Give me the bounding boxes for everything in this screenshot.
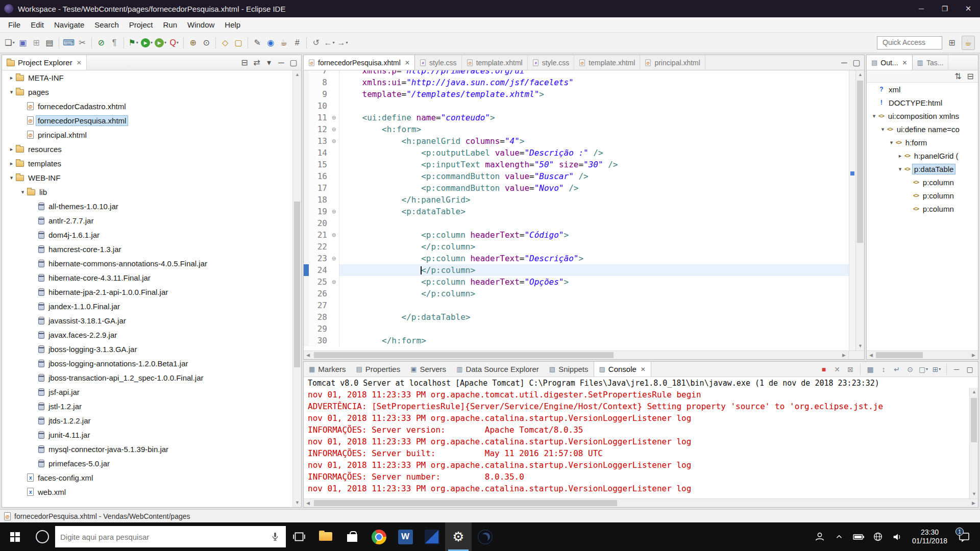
people-tray-icon[interactable] bbox=[811, 522, 828, 551]
menu-search[interactable]: Search bbox=[89, 17, 124, 33]
expander-icon[interactable]: ▾ bbox=[7, 174, 16, 181]
tree-item[interactable]: ▸META-INF bbox=[2, 70, 301, 85]
expander-icon[interactable]: ▸ bbox=[896, 153, 904, 159]
tree-item[interactable]: jboss-logging-annotations-1.2.0.Beta1.ja… bbox=[2, 356, 301, 370]
tree-item[interactable]: jboss-transaction-api_1.2_spec-1.0.0.Fin… bbox=[2, 370, 301, 385]
view-tab-markers[interactable]: ▦Markers bbox=[304, 362, 351, 377]
console-output[interactable]: nov 01, 2018 11:23:33 PM org.apache.tomc… bbox=[304, 388, 969, 498]
action-center-button[interactable]: 1 bbox=[953, 522, 975, 551]
tree-item[interactable]: ▸templates bbox=[2, 156, 301, 170]
editor-tab[interactable]: principal.xhtml bbox=[640, 55, 705, 70]
tree-item[interactable]: faces-config.xml bbox=[2, 470, 301, 485]
expander-icon[interactable]: ▾ bbox=[18, 189, 27, 195]
editor-tab[interactable]: template.xhtml bbox=[574, 55, 640, 70]
tree-item[interactable]: mysql-connector-java-5.1.39-bin.jar bbox=[2, 442, 301, 456]
tree-item[interactable]: ▾lib bbox=[2, 185, 301, 199]
minimize-window-button[interactable]: ─ bbox=[910, 0, 933, 17]
outline-item[interactable]: ?xml bbox=[867, 83, 978, 96]
skip-breakpoints-icon[interactable]: ⊘ bbox=[94, 36, 108, 50]
close-tab-icon[interactable]: ✕ bbox=[405, 59, 410, 66]
menu-run[interactable]: Run bbox=[158, 17, 182, 33]
chrome-taskbar-button[interactable] bbox=[365, 522, 392, 551]
microphone-icon[interactable] bbox=[270, 531, 281, 542]
tasks-view-tab[interactable]: ▥Tas... bbox=[913, 55, 949, 70]
store-taskbar-button[interactable] bbox=[339, 522, 365, 551]
last-edit-location-icon[interactable]: ↺ bbox=[309, 36, 323, 50]
tree-item[interactable]: jtds-1.2.2.jar bbox=[2, 413, 301, 428]
tree-item[interactable]: hibernate-core-4.3.11.Final.jar bbox=[2, 270, 301, 285]
java-ee-icon[interactable]: ☕ bbox=[277, 36, 290, 50]
fold-marker-icon[interactable]: ⊖ bbox=[329, 112, 339, 123]
minimize-view-icon[interactable]: ─ bbox=[950, 363, 963, 375]
run-icon[interactable]: ▶▾ bbox=[140, 36, 154, 50]
fold-marker-icon[interactable]: ⊖ bbox=[329, 229, 339, 241]
expander-icon[interactable]: ▾ bbox=[7, 89, 16, 95]
code-editor[interactable]: 7 xmlns:p="http://primefaces.org/ui"8 xm… bbox=[304, 70, 849, 350]
tree-item[interactable]: antlr-2.7.7.jar bbox=[2, 213, 301, 228]
expander-icon[interactable]: ▸ bbox=[7, 74, 16, 81]
menu-help[interactable]: Help bbox=[219, 17, 246, 33]
tree-item[interactable]: hibernate-jpa-2.1-api-1.0.0.Final.jar bbox=[2, 285, 301, 299]
battery-icon[interactable] bbox=[850, 522, 867, 551]
show-hidden-icons-button[interactable] bbox=[830, 522, 848, 551]
view-menu-icon[interactable]: ▾ bbox=[263, 57, 275, 68]
expander-icon[interactable]: ▾ bbox=[896, 166, 904, 172]
clear-console-icon[interactable]: ▦ bbox=[864, 363, 876, 375]
external-tools-icon[interactable]: Q▾ bbox=[167, 36, 181, 50]
tree-item[interactable]: dom4j-1.6.1.jar bbox=[2, 228, 301, 242]
outline-item[interactable]: ▾<>h:form bbox=[867, 136, 978, 149]
quick-access-box[interactable]: Quick Access bbox=[877, 36, 942, 49]
fold-marker-icon[interactable]: ⊖ bbox=[329, 253, 339, 264]
outline-item[interactable]: <>p:column bbox=[867, 202, 978, 215]
close-window-button[interactable]: ✕ bbox=[957, 0, 980, 17]
taskbar-search-input[interactable] bbox=[60, 533, 265, 541]
file-explorer-taskbar-button[interactable] bbox=[312, 522, 339, 551]
dark-app-taskbar-button[interactable] bbox=[472, 522, 498, 551]
outline-item[interactable]: <>p:column bbox=[867, 189, 978, 202]
tree-item[interactable]: jandex-1.1.0.Final.jar bbox=[2, 299, 301, 313]
expander-icon[interactable]: ▾ bbox=[878, 126, 887, 133]
expander-icon[interactable]: ▸ bbox=[7, 146, 16, 153]
console-vscrollbar[interactable]: ▲ ▼ bbox=[969, 388, 978, 498]
outline-item[interactable]: !DOCTYPE:html bbox=[867, 96, 978, 109]
print-icon[interactable]: ▤ bbox=[43, 36, 56, 50]
outline-hscrollbar[interactable]: ◀ ▶ bbox=[867, 350, 978, 359]
word-wrap-icon[interactable]: ↵ bbox=[891, 363, 903, 375]
expander-icon[interactable]: ▸ bbox=[7, 160, 16, 167]
tree-item[interactable]: principal.xhtml bbox=[2, 128, 301, 142]
forward-icon[interactable]: →▾ bbox=[336, 36, 349, 50]
outline-item[interactable]: ▾<>p:dataTable bbox=[867, 162, 978, 176]
tree-item[interactable]: fornecedorCadastro.xhtml bbox=[2, 99, 301, 113]
expander-icon[interactable]: ▾ bbox=[887, 139, 896, 146]
volume-icon[interactable] bbox=[889, 522, 906, 551]
tree-item[interactable]: hamcrest-core-1.3.jar bbox=[2, 242, 301, 256]
tree-item[interactable]: junit-4.11.jar bbox=[2, 428, 301, 442]
fold-marker-icon[interactable]: ⊖ bbox=[329, 276, 339, 288]
back-icon[interactable]: ←▾ bbox=[323, 36, 336, 50]
outline-item[interactable]: ▾<>ui:composition xmlns bbox=[867, 109, 978, 122]
tree-item[interactable]: javassist-3.18.1-GA.jar bbox=[2, 313, 301, 328]
minimize-view-icon[interactable]: ─ bbox=[839, 57, 850, 68]
outline-item[interactable]: ▸<>h:panelGrid ( bbox=[867, 149, 978, 162]
new-wizard-icon[interactable]: ❏▾ bbox=[3, 36, 16, 50]
search-icon[interactable]: ⊙ bbox=[200, 36, 213, 50]
view-tab-servers[interactable]: ▣Servers bbox=[405, 362, 451, 377]
debug-icon[interactable]: ⚑▾ bbox=[127, 36, 140, 50]
taskbar-search[interactable] bbox=[55, 526, 286, 547]
editor-tab[interactable]: fornecedorPesquisa.xhtml✕ bbox=[304, 55, 415, 70]
javaee-perspective-icon[interactable]: ☕ bbox=[962, 36, 975, 50]
tree-item[interactable]: primefaces-5.0.jar bbox=[2, 456, 301, 470]
cortana-button[interactable] bbox=[30, 522, 55, 551]
tree-item[interactable]: web.xml bbox=[2, 485, 301, 499]
display-selected-console-icon[interactable]: ▢▾ bbox=[917, 363, 929, 375]
remove-launch-icon[interactable]: ✕ bbox=[831, 363, 843, 375]
editor-tab[interactable]: style.css bbox=[415, 55, 462, 70]
collapse-all-icon[interactable]: ⊟ bbox=[965, 71, 976, 82]
expander-icon[interactable]: ▾ bbox=[870, 113, 878, 119]
annotate-icon[interactable]: ✎ bbox=[251, 36, 264, 50]
view-tab-data-source-explorer[interactable]: ▥Data Source Explorer bbox=[451, 362, 544, 377]
editor-vscrollbar[interactable]: ▲ ▼ bbox=[855, 70, 864, 350]
tree-item[interactable]: ▸resources bbox=[2, 142, 301, 156]
terminal-icon[interactable]: ⌨ bbox=[62, 36, 76, 50]
editor-tab[interactable]: template.xhtml bbox=[462, 55, 528, 70]
